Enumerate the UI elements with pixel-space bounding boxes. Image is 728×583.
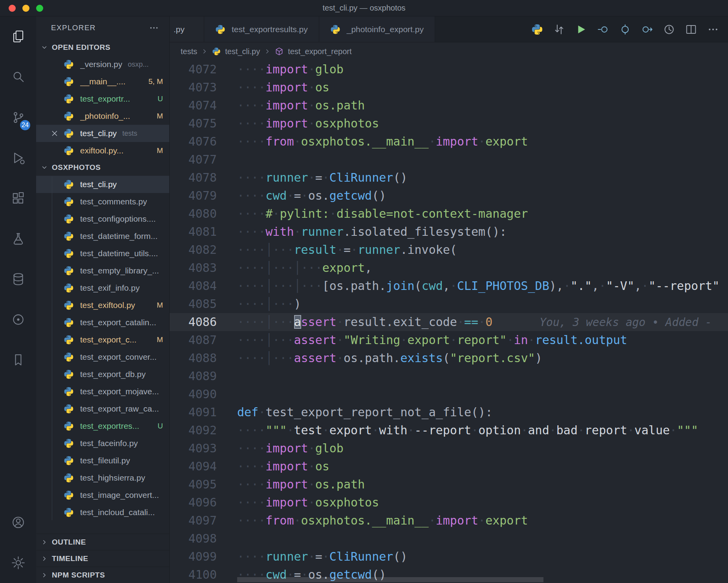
code-line[interactable]: 4078····runner·=·CliRunner(): [170, 169, 728, 187]
code-line[interactable]: 4081····with·runner.isolated_filesystem(…: [170, 223, 728, 241]
tree-item-test-export-db-py[interactable]: test_export_db.py: [36, 366, 169, 383]
history-icon[interactable]: [658, 16, 680, 42]
tab-py[interactable]: .py: [170, 16, 204, 42]
code-line[interactable]: 4098: [170, 530, 728, 548]
code-line[interactable]: 4080····#·pylint:·disable=not-context-ma…: [170, 205, 728, 223]
database-icon[interactable]: [0, 259, 36, 299]
tree-item-test-configoptions[interactable]: test_configoptions....: [36, 210, 169, 228]
breadcrumb-item-test-export-report[interactable]: test_export_report: [275, 47, 351, 56]
code-line[interactable]: 4089: [170, 367, 728, 385]
tree-item-test-highsierra-py[interactable]: test_highsierra.py: [36, 469, 169, 486]
code-line[interactable]: 4072····import·glob: [170, 60, 728, 78]
code-line[interactable]: 4088····│···assert·os.path.exists("repor…: [170, 349, 728, 367]
code-line[interactable]: 4099····runner·=·CliRunner(): [170, 548, 728, 566]
split-editor-icon[interactable]: [680, 16, 702, 42]
tree-item-test-comments-py[interactable]: test_comments.py: [36, 193, 169, 210]
open-editor-item[interactable]: _version.pyosxp...: [36, 56, 169, 73]
open-editors-header[interactable]: OPEN EDITORS: [36, 39, 169, 56]
code-line[interactable]: 4095····import·os.path: [170, 476, 728, 494]
open-editor-item[interactable]: exiftool.py...M: [36, 142, 169, 159]
osxphotos-section-header[interactable]: OSXPHOTOS: [36, 159, 169, 176]
code-line[interactable]: 4096····import·osxphotos: [170, 494, 728, 512]
line-number: 4095: [170, 476, 217, 494]
code-text: ····import·os: [217, 457, 329, 476]
more-actions-icon[interactable]: [702, 16, 724, 42]
close-window-button[interactable]: [9, 5, 16, 12]
settings-icon[interactable]: [0, 543, 36, 583]
tree-item-test-faceinfo-py[interactable]: test_faceinfo.py: [36, 435, 169, 452]
open-editor-item[interactable]: test_cli.pytests: [36, 125, 169, 142]
testing-icon[interactable]: [0, 219, 36, 259]
open-editor-item[interactable]: _photoinfo_...M: [36, 107, 169, 125]
open-editor-item[interactable]: __main__....5, M: [36, 73, 169, 90]
code-line[interactable]: 4084····│···│···[os.path.join(cwd,·CLI_P…: [170, 277, 728, 295]
code-line[interactable]: 4073····import·os: [170, 78, 728, 97]
tree-item-test-exif-info-py[interactable]: test_exif_info.py: [36, 279, 169, 297]
open-editor-item[interactable]: test_exportr...U: [36, 90, 169, 107]
tree-item-test-export-mojave[interactable]: test_export_mojave...: [36, 383, 169, 400]
close-icon[interactable]: [50, 129, 64, 138]
more-actions-icon[interactable]: [149, 23, 159, 33]
tree-item-test-datetime-utils[interactable]: test_datetime_utils....: [36, 245, 169, 262]
code-line[interactable]: 4085····│···): [170, 295, 728, 313]
code-line[interactable]: 4074····import·os.path: [170, 97, 728, 115]
code-line[interactable]: 4093····import·glob: [170, 439, 728, 457]
code-line[interactable]: 4086····│···assert·result.exit_code·==·0…: [170, 313, 728, 331]
code-line[interactable]: 4077: [170, 151, 728, 169]
code-line[interactable]: 4090: [170, 385, 728, 403]
explorer-icon[interactable]: [0, 16, 36, 57]
tree-item-test-empty-library[interactable]: test_empty_library_...: [36, 262, 169, 279]
code-line[interactable]: 4094····import·os: [170, 457, 728, 476]
breadcrumb-item-tests[interactable]: tests: [181, 47, 197, 56]
dash-circle-icon[interactable]: [592, 16, 614, 42]
tree-item-test-export-raw-ca[interactable]: test_export_raw_ca...: [36, 400, 169, 417]
python-file-icon: [64, 214, 75, 224]
section-outline[interactable]: OUTLINE: [36, 534, 169, 550]
python-interpreter-icon[interactable]: [526, 16, 548, 42]
compare-changes-icon[interactable]: [548, 16, 570, 42]
tree-item-test-export-c[interactable]: test_export_c...M: [36, 331, 169, 348]
bookmarks-icon[interactable]: [0, 340, 36, 380]
tree-item-test-export-conver[interactable]: test_export_conver...: [36, 348, 169, 366]
code-line[interactable]: 4087····│···assert·"Writing·export·repor…: [170, 331, 728, 349]
search-icon[interactable]: [0, 57, 36, 97]
tree-item-test-fileutil-py[interactable]: test_fileutil.py: [36, 452, 169, 469]
zoom-window-button[interactable]: [36, 5, 43, 12]
code-line[interactable]: 4076····from·osxphotos.__main__·import·e…: [170, 133, 728, 151]
code-line[interactable]: 4082····│···result·=·runner.invoke(: [170, 241, 728, 259]
circle-outline-icon[interactable]: [614, 16, 636, 42]
circle-arrow-icon[interactable]: [636, 16, 658, 42]
breadcrumb-item-test-cli-py[interactable]: test_cli.py: [212, 47, 260, 56]
code-line[interactable]: 4075····import·osxphotos: [170, 115, 728, 133]
tree-item-test-incloud-catali[interactable]: test_incloud_catali...: [36, 504, 169, 521]
run-debug-icon[interactable]: [0, 138, 36, 178]
section-timeline[interactable]: TIMELINE: [36, 550, 169, 567]
account-icon[interactable]: [0, 502, 36, 543]
extensions-icon[interactable]: [0, 178, 36, 219]
line-number: 4099: [170, 548, 217, 566]
sidebar-title: EXPLORER: [51, 24, 96, 32]
window-title: test_cli.py — osxphotos: [0, 4, 728, 13]
code-editor[interactable]: 4072····import·glob4073····import·os4074…: [170, 60, 728, 583]
code-line[interactable]: 4083····│···│···export,: [170, 259, 728, 277]
tree-item-test-exiftool-py[interactable]: test_exiftool.pyM: [36, 297, 169, 314]
section-npm-scripts[interactable]: NPM SCRIPTS: [36, 567, 169, 583]
minimize-window-button[interactable]: [22, 5, 29, 12]
record-icon[interactable]: [0, 299, 36, 340]
source-control-icon[interactable]: 24: [0, 97, 36, 138]
tree-item-test-datetime-form[interactable]: test_datetime_form...: [36, 228, 169, 245]
code-line[interactable]: 4091def·test_export_report_not_a_file():: [170, 403, 728, 421]
tree-item-test-cli-py[interactable]: test_cli.py: [36, 176, 169, 193]
run-python-file-icon[interactable]: [570, 16, 592, 42]
code-line[interactable]: 4092····"""·test·export·with·--report·op…: [170, 421, 728, 439]
code-text: ····runner·=·CliRunner(): [217, 169, 408, 187]
tree-item-test-exportres[interactable]: test_exportres...U: [36, 417, 169, 435]
tab-photoinfo-export-py[interactable]: _photoinfo_export.py: [319, 16, 435, 42]
tab-test-exportresults-py[interactable]: test_exportresults.py: [204, 16, 319, 42]
tree-item-test-image-convert[interactable]: test_image_convert...: [36, 486, 169, 504]
code-line[interactable]: 4097····from·osxphotos.__main__·import·e…: [170, 512, 728, 530]
tree-item-test-export-catalin[interactable]: test_export_catalin...: [36, 314, 169, 331]
code-line[interactable]: 4079····cwd·=·os.getcwd(): [170, 187, 728, 205]
horizontal-scrollbar[interactable]: [237, 577, 543, 582]
token: ·: [273, 207, 280, 220]
